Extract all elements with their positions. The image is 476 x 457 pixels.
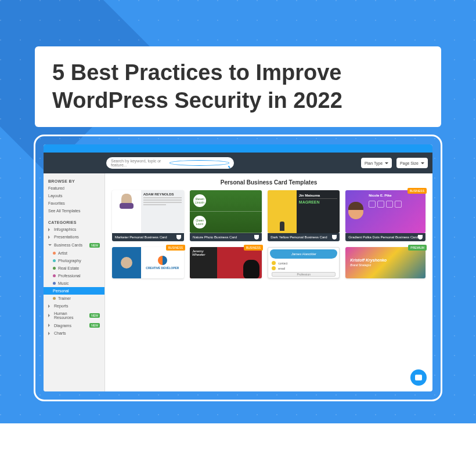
chevron-icon — [48, 324, 52, 327]
card-badge: BUSINESS — [244, 245, 263, 251]
color-dot-icon — [53, 297, 56, 300]
template-grid: ADAM REYNOLDSMarketer Personal Business … — [105, 190, 432, 278]
sidebar-item[interactable]: Charts — [44, 329, 104, 337]
sidebar-item[interactable]: Human ResourcesNEW — [44, 310, 104, 321]
card-caption: Dark Yellow Personal Business Card — [268, 233, 340, 241]
sidebar-item[interactable]: Layouts — [44, 192, 104, 200]
sidebar-item[interactable]: Reports — [44, 302, 104, 310]
chat-icon[interactable] — [410, 369, 427, 386]
card-preview: Nicole E. Pike — [345, 190, 425, 233]
sidebar-subitem[interactable]: Personal — [44, 287, 104, 295]
template-card[interactable]: Jin MatsumaMAGREENDark Yellow Personal B… — [268, 190, 340, 241]
heart-icon[interactable] — [254, 235, 259, 240]
filter-page-size[interactable]: Page Size — [396, 158, 428, 168]
sidebar-subitem[interactable]: Professional — [44, 272, 104, 280]
chevron-icon — [48, 314, 52, 317]
template-card[interactable]: PREMIUMKristoff KryshenkoBrand Strategis… — [345, 247, 425, 278]
card-caption: Nature Photo Business Card — [190, 233, 262, 241]
sidebar-item[interactable]: See All Templates — [44, 207, 104, 215]
color-dot-icon — [53, 252, 56, 255]
browse-by-title: BROWSE BY — [44, 177, 104, 184]
sidebar-subitem[interactable]: Music — [44, 280, 104, 287]
color-dot-icon — [53, 259, 56, 262]
sidebar-subitem[interactable]: Artist — [44, 249, 104, 257]
card-preview: Steven LincolnGreen Loom — [190, 190, 262, 233]
filter-plan-type[interactable]: Plan Type — [361, 158, 392, 168]
sidebar-item[interactable]: Business CardsNEW — [44, 241, 104, 249]
chevron-icon — [48, 235, 52, 239]
sidebar-subitem[interactable]: Photography — [44, 257, 104, 264]
chevron-icon — [48, 228, 52, 231]
sidebar-item[interactable]: DiagramsNEW — [44, 321, 104, 329]
new-badge: NEW — [89, 313, 100, 318]
chevron-icon — [48, 244, 52, 248]
gallery-title: Personal Business Card Templates — [105, 173, 432, 190]
heart-icon[interactable] — [176, 235, 181, 240]
color-dot-icon — [53, 282, 56, 285]
sidebar-subitem[interactable]: Real Estate — [44, 264, 104, 272]
browser-topbar — [44, 144, 432, 153]
main-panel: Personal Business Card Templates ADAM RE… — [105, 173, 432, 391]
template-card[interactable]: BUSINESSJeremy Wheeler — [190, 247, 262, 278]
sidebar-item[interactable]: Infographics — [44, 226, 104, 233]
card-preview: Kristoff KryshenkoBrand Strategist — [345, 247, 425, 278]
card-preview: James HancklercontactemailProfession — [268, 247, 340, 278]
template-card[interactable]: BUSINESSNicole E. PikeGradient Polka Dot… — [345, 190, 425, 241]
template-card[interactable]: BUSINESSCREATIVE DEVELOPER — [112, 247, 184, 278]
sidebar-item[interactable]: Favorites — [44, 200, 104, 207]
card-badge: BUSINESS — [166, 245, 185, 251]
categories-title: CATEGORIES — [44, 218, 104, 226]
search-input[interactable]: Search by keyword, topic or feature... — [106, 157, 234, 169]
card-preview: Jin MatsumaMAGREEN — [268, 190, 340, 233]
card-preview: Jeremy Wheeler — [190, 247, 262, 278]
screenshot-frame: Search by keyword, topic or feature... P… — [34, 135, 442, 401]
template-card[interactable]: James HancklercontactemailProfession — [268, 247, 340, 278]
app-header: Search by keyword, topic or feature... P… — [44, 153, 432, 173]
card-preview: CREATIVE DEVELOPER — [112, 247, 184, 278]
template-card[interactable]: Steven LincolnGreen LoomNature Photo Bus… — [190, 190, 262, 241]
sidebar-item[interactable]: Presentations — [44, 233, 104, 241]
sidebar: BROWSE BY FeaturedLayoutsFavoritesSee Al… — [44, 173, 105, 391]
embedded-screenshot: Search by keyword, topic or feature... P… — [44, 144, 432, 391]
page-title: 5 Best Practices to Improve WordPress Se… — [52, 59, 424, 114]
card-badge: PREMIUM — [408, 245, 427, 251]
title-card: 5 Best Practices to Improve WordPress Se… — [35, 46, 441, 127]
new-badge: NEW — [89, 323, 100, 328]
chevron-icon — [48, 332, 52, 335]
hero-banner: 5 Best Practices to Improve WordPress Se… — [0, 0, 476, 423]
heart-icon[interactable] — [418, 235, 423, 240]
search-placeholder: Search by keyword, topic or feature... — [111, 159, 170, 167]
color-dot-icon — [53, 267, 56, 270]
template-card[interactable]: ADAM REYNOLDSMarketer Personal Business … — [112, 190, 184, 241]
sidebar-subitem[interactable]: Trainer — [44, 295, 104, 302]
heart-icon[interactable] — [332, 235, 337, 240]
card-caption: Gradient Polka Dots Personal Business Ca… — [345, 233, 425, 241]
search-icon — [170, 160, 229, 166]
chevron-icon — [48, 304, 52, 308]
sidebar-item[interactable]: Featured — [44, 184, 104, 192]
card-caption: Marketer Personal Business Card — [112, 233, 184, 241]
card-badge: BUSINESS — [408, 188, 427, 194]
card-preview: ADAM REYNOLDS — [112, 190, 184, 233]
new-badge: NEW — [89, 243, 100, 248]
color-dot-icon — [53, 274, 56, 277]
